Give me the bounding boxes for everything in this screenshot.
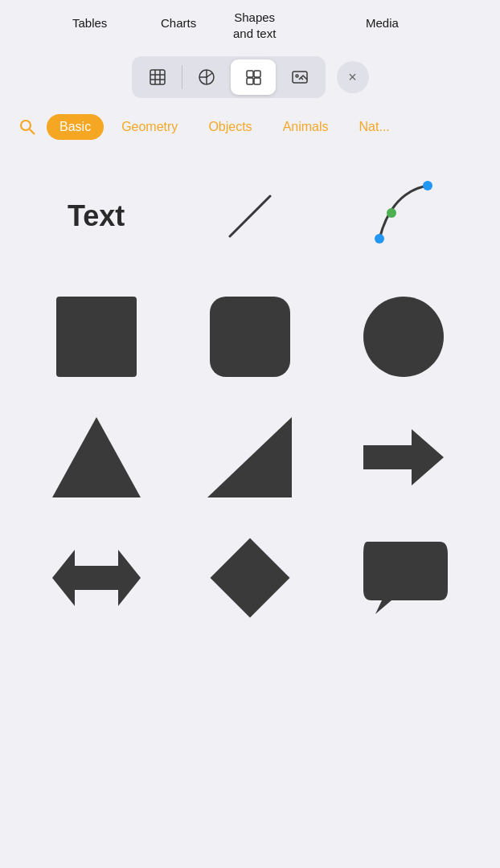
- right-triangle-svg: [207, 417, 292, 497]
- close-button[interactable]: ×: [337, 61, 369, 93]
- speech-bubble-svg: [359, 538, 448, 618]
- svg-point-15: [387, 208, 396, 218]
- shapes-grid: Text: [0, 151, 500, 643]
- diamond-shape: [210, 538, 289, 618]
- svg-line-13: [30, 129, 35, 134]
- shape-circle[interactable]: [327, 285, 481, 389]
- shape-right-triangle[interactable]: [173, 405, 326, 510]
- svg-point-16: [423, 181, 432, 190]
- shape-text[interactable]: Text: [19, 164, 173, 268]
- shape-square[interactable]: [19, 285, 173, 389]
- search-button[interactable]: [13, 113, 42, 141]
- svg-marker-19: [363, 429, 444, 485]
- cat-nature[interactable]: Nat...: [346, 114, 403, 140]
- svg-marker-18: [207, 417, 292, 497]
- triangle-shape: [52, 417, 141, 497]
- cat-animals[interactable]: Animals: [270, 114, 342, 140]
- label-tables: Tables: [72, 16, 107, 30]
- toolbar-divider: [182, 65, 182, 89]
- category-row: Basic Geometry Objects Animals Nat...: [0, 106, 500, 151]
- tab-media[interactable]: [277, 59, 322, 95]
- circle-shape: [363, 297, 444, 377]
- cat-objects[interactable]: Objects: [195, 114, 264, 140]
- label-charts: Charts: [161, 16, 196, 30]
- curve-svg: [363, 176, 444, 256]
- shape-speech-bubble[interactable]: [327, 526, 481, 630]
- tab-shapes[interactable]: [231, 59, 276, 95]
- svg-point-11: [296, 75, 298, 77]
- svg-rect-7: [254, 71, 260, 77]
- shape-double-arrow[interactable]: [19, 526, 173, 630]
- svg-rect-0: [150, 70, 165, 84]
- svg-rect-9: [254, 78, 260, 84]
- rounded-rect-shape: [210, 297, 290, 377]
- shape-rounded-rect[interactable]: [173, 285, 326, 389]
- svg-rect-6: [247, 71, 253, 77]
- label-media: Media: [366, 16, 399, 30]
- shape-diamond[interactable]: [173, 526, 326, 630]
- shape-curve[interactable]: [327, 164, 481, 268]
- double-arrow-svg: [52, 542, 141, 614]
- shape-arrow[interactable]: [327, 405, 481, 510]
- close-icon: ×: [348, 69, 357, 86]
- svg-point-12: [21, 121, 31, 130]
- tab-charts[interactable]: [184, 59, 229, 95]
- top-labels: Tables Charts Shapesand text Media: [0, 0, 500, 56]
- shape-line[interactable]: [173, 164, 326, 268]
- toolbar: ×: [0, 48, 500, 106]
- svg-line-14: [230, 196, 270, 236]
- arrow-right-svg: [363, 425, 444, 489]
- shape-triangle[interactable]: [19, 405, 173, 510]
- toolbar-group: [132, 56, 326, 98]
- label-shapes: Shapesand text: [233, 10, 276, 41]
- line-svg: [218, 184, 282, 248]
- svg-point-17: [375, 234, 384, 244]
- square-shape: [56, 297, 137, 377]
- svg-rect-8: [247, 78, 253, 84]
- text-label: Text: [68, 199, 125, 233]
- svg-marker-20: [52, 550, 141, 606]
- tab-tables[interactable]: [135, 59, 180, 95]
- cat-geometry[interactable]: Geometry: [109, 114, 191, 140]
- cat-basic[interactable]: Basic: [47, 114, 104, 140]
